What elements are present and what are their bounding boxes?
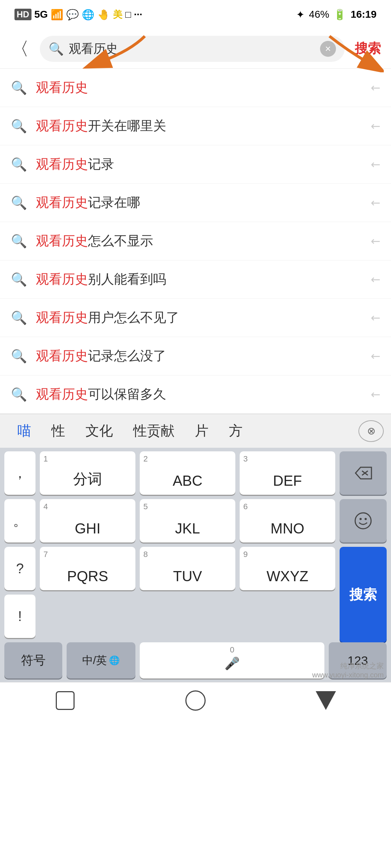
key-1-num: 1 [43, 454, 48, 464]
suggestion-item-2[interactable]: 🔍 观看历史记录 ↗ [0, 145, 391, 184]
suggestion-list: 🔍 观看历史 ↗ 🔍 观看历史开关在哪里关 ↗ 🔍 观看历史记录 ↗ 🔍 观看历… [0, 69, 391, 414]
key-abc-label: ABC [173, 473, 202, 489]
key-def-label: DEF [273, 473, 302, 489]
key-8-num: 8 [143, 550, 148, 559]
key-pqrs[interactable]: 7 PQRS [40, 547, 135, 590]
candidate-2[interactable]: 文化 [75, 418, 123, 444]
search-bar-container: 〈 🔍 × 搜索 [0, 29, 391, 69]
key-2-num: 2 [143, 454, 148, 464]
triangle-icon [316, 691, 336, 710]
candidate-4[interactable]: 片 [185, 418, 219, 444]
candidate-delete-button[interactable]: ⊗ [358, 420, 384, 442]
key-backspace[interactable] [340, 451, 387, 495]
hd-badge: HD [14, 9, 31, 20]
key-search[interactable]: 搜索 [340, 547, 387, 642]
suggestion-item-1[interactable]: 🔍 观看历史开关在哪里关 ↗ [0, 107, 391, 145]
search-icon-5: 🔍 [11, 272, 27, 287]
key-emoji[interactable] [340, 499, 387, 542]
key-space[interactable]: 0 🎤 [140, 642, 324, 678]
key-def[interactable]: 3 DEF [240, 451, 335, 495]
candidate-1[interactable]: 性 [41, 418, 75, 444]
emoji-icon [354, 512, 372, 530]
clear-button[interactable]: × [320, 41, 336, 57]
suggestion-item-8[interactable]: 🔍 观看历史可以保留多久 ↗ [0, 375, 391, 414]
extra-icon: □ [125, 9, 131, 20]
key-question[interactable]: ? [4, 547, 35, 590]
candidate-bar: 喵 性 文化 性贡献 片 方 ⊗ [0, 414, 391, 448]
key-exclaim[interactable]: ! [4, 595, 35, 638]
search-bar: 〈 🔍 × 搜索 [0, 29, 391, 69]
kb-right-col: 搜索 [340, 451, 387, 642]
key-language[interactable]: 中/英 🌐 [67, 642, 135, 678]
kb-left-col: ， 。 ? ! [4, 451, 35, 642]
key-ghi[interactable]: 4 GHI [40, 499, 135, 542]
key-comma[interactable]: ， [4, 451, 35, 495]
key-tuv-label: TUV [173, 568, 202, 584]
kb-center-cols: 1 分词 2 ABC 3 DEF 4 GHI [40, 451, 335, 642]
svg-point-6 [365, 518, 367, 520]
key-pqrs-label: PQRS [67, 568, 108, 584]
suggestion-item-7[interactable]: 🔍 观看历史记录怎么没了 ↗ [0, 337, 391, 375]
search-icon-7: 🔍 [11, 349, 27, 364]
suggestion-item-5[interactable]: 🔍 观看历史别人能看到吗 ↗ [0, 260, 391, 299]
battery-icon: 🔋 [333, 9, 346, 21]
mei-badge: 美 [113, 8, 122, 21]
search-icon-2: 🔍 [11, 157, 27, 172]
key-wxyz-label: WXYZ [266, 568, 308, 584]
battery-level: 46% [309, 9, 329, 20]
wechat-icon: 💬 [66, 9, 79, 21]
search-icon-4: 🔍 [11, 234, 27, 249]
suggestion-item-3[interactable]: 🔍 观看历史记录在哪 ↗ [0, 184, 391, 222]
suggestion-text-7: 观看历史记录怎么没了 [36, 347, 370, 365]
nav-home[interactable] [159, 686, 232, 715]
time: 16:19 [350, 9, 377, 20]
search-submit-button[interactable]: 搜索 [352, 40, 384, 58]
space-num: 0 [230, 645, 234, 655]
search-icon: 🔍 [49, 42, 64, 56]
signal-bars: 📶 [51, 9, 63, 21]
suggestion-item-4[interactable]: 🔍 观看历史怎么不显示 ↗ [0, 222, 391, 260]
candidate-3[interactable]: 性贡献 [123, 418, 185, 444]
key-5-num: 5 [143, 502, 148, 511]
suggestion-text-3: 观看历史记录在哪 [36, 194, 370, 212]
search-input-wrapper[interactable]: 🔍 × [40, 36, 345, 62]
key-wxyz[interactable]: 9 WXYZ [240, 547, 335, 590]
dots-icon: ··· [134, 9, 142, 20]
search-icon-3: 🔍 [11, 195, 27, 210]
key-abc[interactable]: 2 ABC [140, 451, 235, 495]
suggestion-item-6[interactable]: 🔍 观看历史用户怎么不见了 ↗ [0, 299, 391, 337]
key-mno-label: MNO [270, 520, 304, 537]
key-7-num: 7 [43, 550, 48, 559]
candidate-5[interactable]: 方 [219, 418, 253, 444]
circle-icon [185, 690, 206, 711]
key-4-num: 4 [43, 502, 48, 511]
nav-back[interactable] [290, 686, 362, 715]
key-6-num: 6 [243, 502, 248, 511]
language-label: 中/英 [82, 653, 107, 668]
key-ghi-label: GHI [75, 520, 100, 537]
key-tuv[interactable]: 8 TUV [140, 547, 235, 590]
backspace-icon [354, 466, 372, 480]
suggestion-text-2: 观看历史记录 [36, 156, 370, 173]
watermark-line2: www.yuoyi-xitong.com [312, 671, 384, 679]
watermark-line1: 纯净系统之家 [312, 661, 384, 671]
key-fenci-label: 分词 [73, 469, 102, 489]
key-fenci[interactable]: 1 分词 [40, 451, 135, 495]
key-symbol[interactable]: 符号 [4, 642, 62, 678]
back-button[interactable]: 〈 [7, 36, 33, 61]
search-icon-8: 🔍 [11, 387, 27, 402]
status-bar: HD 5G 📶 💬 🌐 🤚 美 □ ··· ✦ 46% 🔋 16:19 [0, 0, 391, 29]
suggestion-item-0[interactable]: 🔍 观看历史 ↗ [0, 69, 391, 107]
key-jkl-label: JKL [175, 520, 200, 537]
candidate-0[interactable]: 喵 [7, 418, 41, 444]
page-root: HD 5G 📶 💬 🌐 🤚 美 □ ··· ✦ 46% 🔋 16:19 〈 🔍 … [0, 0, 391, 718]
key-jkl[interactable]: 5 JKL [140, 499, 235, 542]
key-period[interactable]: 。 [4, 499, 35, 542]
key-mno[interactable]: 6 MNO [240, 499, 335, 542]
search-icon-1: 🔍 [11, 119, 27, 134]
nav-recent-apps[interactable] [29, 686, 101, 715]
suggestion-text-1: 观看历史开关在哪里关 [36, 117, 370, 135]
square-icon [56, 691, 75, 710]
search-input[interactable] [69, 42, 315, 56]
search-icon-0: 🔍 [11, 80, 27, 95]
